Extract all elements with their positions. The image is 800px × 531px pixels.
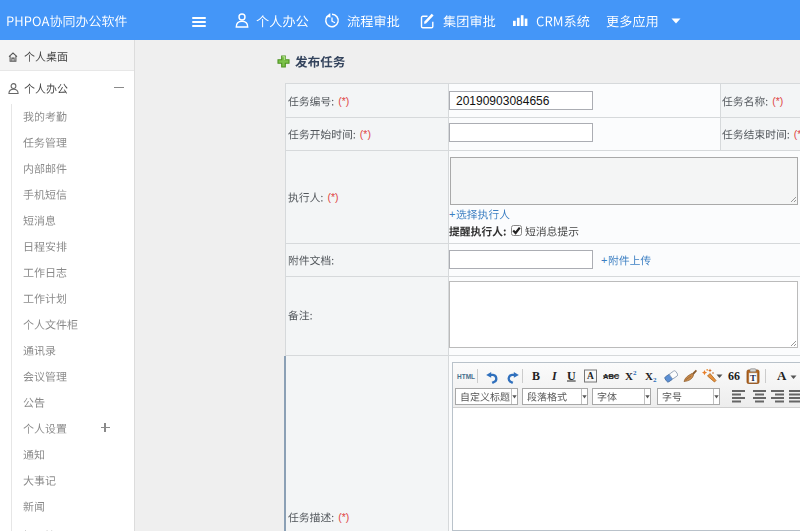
svg-text:T: T — [750, 373, 756, 383]
